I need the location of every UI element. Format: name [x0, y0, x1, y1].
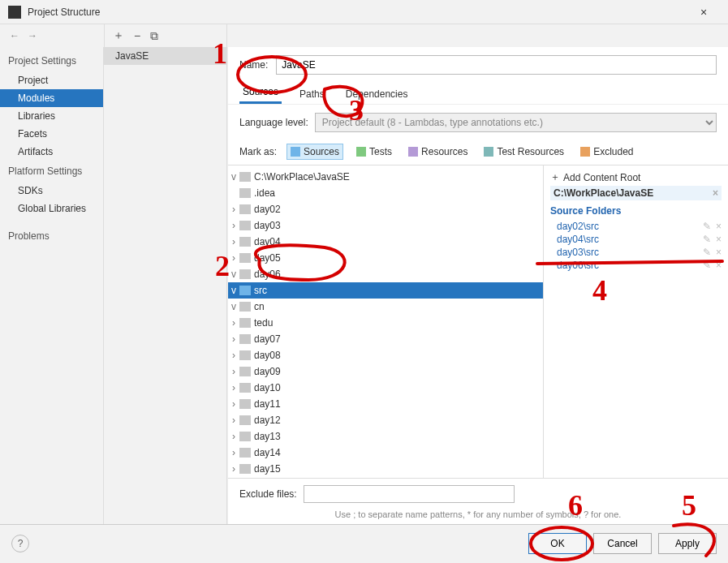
name-input[interactable] [276, 55, 717, 75]
sidebar-heading-project-settings: Project Settings [0, 50, 103, 71]
tree-row[interactable]: vsrc [228, 282, 543, 299]
edit-icon[interactable]: ✎ [703, 234, 711, 245]
plus-icon[interactable]: ＋ [550, 170, 560, 184]
sidebar-item-problems[interactable]: Problems [0, 226, 103, 247]
sidebar-item-global-libraries[interactable]: Global Libraries [0, 200, 103, 217]
content-root-panel: ＋Add Content Root C:\WorkPlace\JavaSE× S… [543, 165, 728, 478]
tree-row[interactable]: .idea [228, 185, 543, 201]
tree-row[interactable]: ›day05 [228, 250, 543, 266]
tree-row[interactable]: vC:\WorkPlace\JavaSE [228, 169, 543, 185]
tree-row[interactable]: ›day13 [228, 428, 543, 445]
tests-folder-icon [356, 147, 366, 157]
help-button[interactable]: ? [11, 535, 29, 552]
apply-button[interactable]: Apply [658, 533, 717, 554]
tab-dependencies[interactable]: Dependencies [342, 84, 411, 104]
tree-row[interactable]: ›day10 [228, 380, 543, 396]
tree-row[interactable]: ›day04 [228, 234, 543, 250]
folder-tree[interactable]: vC:\WorkPlace\JavaSE.idea›day02›day03›da… [228, 165, 543, 478]
cancel-button[interactable]: Cancel [593, 533, 652, 554]
sidebar-heading-platform-settings: Platform Settings [0, 161, 103, 182]
nav-forward-icon[interactable]: → [28, 30, 37, 41]
module-label: JavaSE [115, 50, 149, 62]
tree-row[interactable]: ›day15 [228, 461, 543, 477]
source-folders-heading: Source Folders [550, 205, 722, 217]
tree-row[interactable]: ›day08 [228, 347, 543, 363]
sidebar-item-libraries[interactable]: Libraries [0, 107, 103, 125]
remove-icon[interactable]: × [716, 260, 722, 271]
remove-icon[interactable]: × [716, 247, 722, 258]
edit-icon[interactable]: ✎ [703, 221, 711, 232]
add-content-root-link[interactable]: Add Content Root [563, 172, 640, 183]
test-resources-folder-icon [484, 147, 493, 157]
tree-root-label: C:\WorkPlace\JavaSE [254, 171, 350, 183]
exclude-files-label: Exclude files: [239, 488, 297, 500]
ok-button[interactable]: OK [528, 533, 587, 554]
close-icon[interactable]: × [687, 6, 720, 19]
language-level-label: Language level: [239, 117, 308, 128]
module-list: JavaSE [104, 47, 227, 524]
add-button[interactable]: ＋ [113, 28, 124, 43]
tree-row[interactable]: ›day11 [228, 396, 543, 412]
name-label: Name: [239, 59, 268, 71]
window-title: Project Structure [28, 6, 687, 18]
tree-row[interactable]: ›day03 [228, 217, 543, 234]
remove-button[interactable]: − [134, 29, 140, 42]
settings-sidebar: Project Settings Project Modules Librari… [0, 47, 104, 524]
language-level-select[interactable]: Project default (8 - Lambdas, type annot… [315, 113, 717, 132]
tree-row[interactable]: ›day02 [228, 201, 543, 217]
resources-folder-icon [408, 147, 418, 157]
tree-row[interactable]: ›day09 [228, 363, 543, 380]
sidebar-item-project[interactable]: Project [0, 71, 103, 89]
mark-tests-button[interactable]: Tests [353, 144, 395, 159]
tree-row[interactable]: ›day14 [228, 445, 543, 461]
mark-as-label: Mark as: [239, 146, 277, 157]
sidebar-item-facets[interactable]: Facets [0, 125, 103, 143]
tab-sources[interactable]: Sources [239, 82, 282, 104]
source-folder-item[interactable]: day03\src✎× [550, 246, 722, 259]
tab-paths[interactable]: Paths [296, 84, 328, 104]
source-folder-item[interactable]: day06\src✎× [550, 259, 722, 272]
sidebar-item-modules[interactable]: Modules [0, 89, 103, 107]
module-list-item[interactable]: JavaSE [104, 47, 226, 65]
tree-row[interactable]: ›tedu [228, 315, 543, 331]
tree-row[interactable]: vday06 [228, 266, 543, 282]
remove-icon[interactable]: × [716, 234, 722, 245]
source-folder-item[interactable]: day02\src✎× [550, 220, 722, 233]
copy-button[interactable]: ⧉ [150, 29, 158, 43]
sidebar-item-sdks[interactable]: SDKs [0, 182, 103, 200]
edit-icon[interactable]: ✎ [703, 247, 711, 258]
content-root-path[interactable]: C:\WorkPlace\JavaSE× [550, 186, 722, 200]
mark-resources-button[interactable]: Resources [405, 144, 471, 159]
mark-excluded-button[interactable]: Excluded [577, 144, 636, 159]
remove-icon[interactable]: × [716, 221, 722, 232]
excluded-folder-icon [580, 147, 590, 157]
source-folder-item[interactable]: day04\src✎× [550, 233, 722, 246]
nav-back-icon[interactable]: ← [10, 30, 19, 41]
remove-content-root-icon[interactable]: × [713, 187, 718, 199]
exclude-files-hint: Use ; to separate name patterns, * for a… [228, 509, 728, 524]
app-icon [8, 6, 21, 19]
tree-row[interactable]: ›day16 [228, 477, 543, 478]
tree-row[interactable]: vcn [228, 299, 543, 315]
mark-sources-button[interactable]: Sources [286, 144, 343, 160]
sidebar-item-artifacts[interactable]: Artifacts [0, 143, 103, 161]
edit-icon[interactable]: ✎ [703, 260, 711, 271]
tree-row[interactable]: ›day07 [228, 331, 543, 347]
exclude-files-input[interactable] [304, 485, 515, 503]
mark-test-resources-button[interactable]: Test Resources [480, 144, 567, 159]
tree-row[interactable]: ›day12 [228, 412, 543, 428]
sources-folder-icon [291, 147, 300, 157]
